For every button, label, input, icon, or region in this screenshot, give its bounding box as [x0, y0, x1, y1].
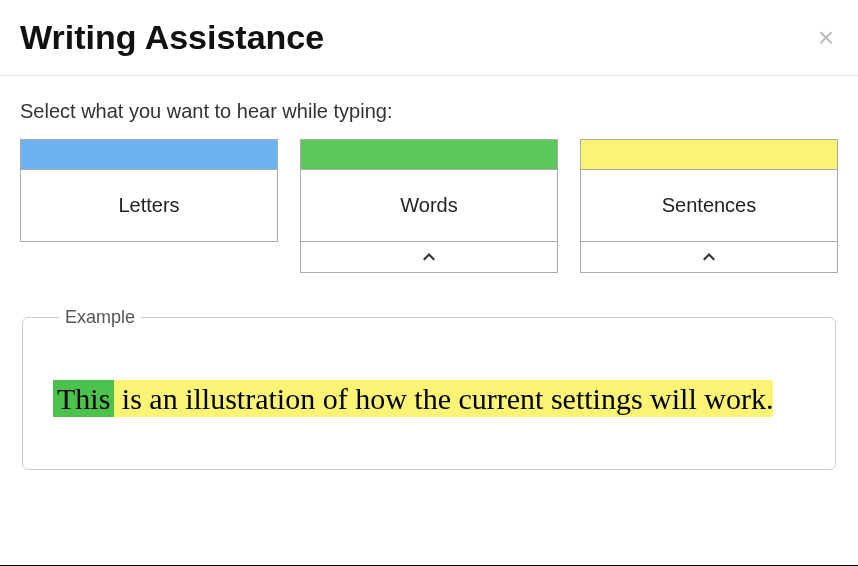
example-word-highlight: This: [53, 380, 114, 417]
option-sentences-column: Sentences: [580, 139, 838, 273]
dialog-title: Writing Assistance: [20, 18, 324, 57]
option-words-column: Words: [300, 139, 558, 273]
option-sentences-label: Sentences: [581, 170, 837, 241]
example-sentence-highlight: This is an illustration of how the curre…: [53, 380, 773, 417]
option-words-label: Words: [301, 170, 557, 241]
option-words-card[interactable]: Words: [300, 139, 558, 242]
option-sentences-card[interactable]: Sentences: [580, 139, 838, 242]
option-letters-colorbar: [21, 140, 277, 170]
example-rest-text: is an illustration of how the current se…: [114, 382, 773, 415]
option-words-colorbar: [301, 140, 557, 170]
option-letters-column: Letters: [20, 139, 278, 273]
option-letters-label: Letters: [21, 170, 277, 241]
close-icon[interactable]: ×: [814, 24, 838, 52]
example-panel: Example This is an illustration of how t…: [22, 307, 836, 470]
dialog-content: Select what you want to hear while typin…: [0, 76, 858, 490]
option-letters-card[interactable]: Letters: [20, 139, 278, 242]
options-row: Letters Words Sentences: [20, 139, 838, 273]
option-sentences-expand-button[interactable]: [580, 242, 838, 273]
option-sentences-colorbar: [581, 140, 837, 170]
example-legend: Example: [59, 307, 141, 328]
chevron-up-icon: [421, 248, 437, 265]
chevron-up-icon: [701, 248, 717, 265]
example-text: This is an illustration of how the curre…: [53, 376, 805, 421]
instruction-text: Select what you want to hear while typin…: [20, 100, 838, 123]
option-words-expand-button[interactable]: [300, 242, 558, 273]
dialog-header: Writing Assistance ×: [0, 0, 858, 76]
